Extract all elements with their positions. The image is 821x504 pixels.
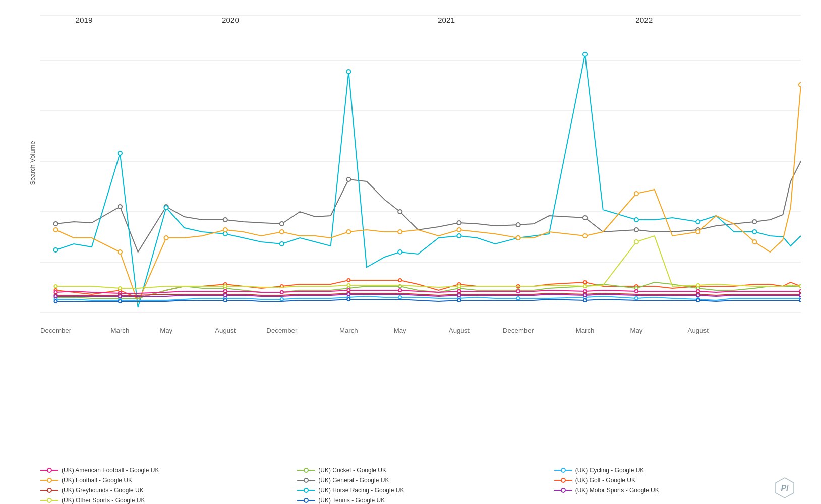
svg-point-145 [224, 299, 227, 302]
legend-item-football: (UK) Football - Google UK [40, 477, 287, 484]
svg-point-46 [223, 232, 227, 236]
svg-point-138 [457, 285, 460, 288]
svg-point-137 [347, 284, 350, 287]
svg-point-42 [752, 220, 756, 224]
svg-point-48 [346, 70, 350, 74]
svg-point-67 [696, 230, 700, 234]
legend-label: (UK) Horse Racing - Google UK [318, 487, 404, 494]
svg-point-142 [799, 285, 801, 288]
svg-text:March: March [576, 327, 595, 334]
svg-point-31 [118, 205, 122, 209]
legend: (UK) American Football - Google UK (UK) … [40, 467, 801, 504]
svg-point-30 [53, 222, 57, 226]
svg-point-130 [457, 294, 460, 297]
svg-point-132 [696, 294, 699, 297]
svg-text:March: March [111, 327, 130, 334]
svg-point-144 [119, 300, 122, 303]
svg-text:August: August [215, 327, 236, 334]
svg-point-154 [304, 468, 308, 472]
svg-point-69 [799, 83, 801, 87]
svg-point-34 [280, 222, 284, 226]
legend-label: (UK) Greyhounds - Google UK [62, 487, 144, 494]
svg-text:May: May [160, 327, 172, 334]
svg-point-127 [119, 295, 122, 298]
svg-text:May: May [394, 327, 406, 334]
svg-point-58 [164, 236, 168, 240]
svg-text:2020: 2020 [222, 16, 239, 24]
svg-text:2021: 2021 [438, 16, 455, 24]
svg-text:December: December [503, 327, 534, 334]
svg-point-133 [799, 294, 801, 297]
legend-label: (UK) General - Google UK [318, 477, 389, 484]
svg-point-135 [119, 287, 122, 290]
legend-item-horse-racing: (UK) Horse Racing - Google UK [297, 487, 544, 494]
svg-point-60 [280, 230, 284, 234]
svg-point-55 [752, 230, 756, 234]
svg-point-35 [346, 177, 350, 181]
legend-label: (UK) Cycling - Google UK [575, 467, 644, 474]
svg-point-45 [164, 206, 168, 210]
svg-text:March: March [339, 327, 358, 334]
legend-item-motor-sports: (UK) Motor Sports - Google UK [554, 487, 801, 494]
svg-point-160 [304, 478, 308, 482]
svg-point-99 [398, 296, 401, 299]
svg-point-103 [635, 297, 638, 300]
svg-text:May: May [630, 327, 642, 334]
legend-label: (UK) Cricket - Google UK [318, 467, 386, 474]
svg-point-57 [118, 250, 122, 254]
legend-item-other-sports: (UK) Other Sports - Google UK [40, 497, 287, 504]
main-chart-svg: 0 500K 1M 1.5M 2M 2.5M 3M December March… [40, 10, 801, 353]
y-axis-label: Search Volume [29, 141, 36, 185]
legend-item-general: (UK) General - Google UK [297, 477, 544, 484]
svg-text:2019: 2019 [76, 16, 93, 24]
svg-point-63 [457, 228, 461, 232]
svg-point-166 [304, 488, 308, 492]
svg-point-172 [304, 498, 308, 502]
svg-point-126 [54, 295, 57, 298]
svg-text:December: December [40, 327, 72, 334]
svg-text:2022: 2022 [635, 16, 653, 24]
legend-label: (UK) Other Sports - Google UK [62, 497, 145, 504]
svg-point-162 [561, 478, 565, 482]
svg-point-52 [583, 52, 587, 56]
svg-point-33 [223, 218, 227, 222]
chart-container: Search Volume 0 500K 1M 1.5M 2M 2.5M 3M … [0, 0, 821, 504]
svg-point-109 [280, 291, 283, 294]
svg-point-38 [516, 223, 520, 227]
legend-label: (UK) Motor Sports - Google UK [575, 487, 659, 494]
svg-point-113 [517, 290, 520, 293]
svg-point-134 [54, 285, 57, 288]
svg-point-50 [457, 234, 461, 238]
legend-item-golf: (UK) Golf - Google UK [554, 477, 801, 484]
pi-logo: Pi [774, 477, 796, 499]
svg-point-54 [696, 220, 700, 224]
svg-point-152 [47, 468, 51, 472]
svg-point-44 [118, 151, 122, 155]
svg-point-139 [583, 285, 587, 288]
chart-area: Search Volume 0 500K 1M 1.5M 2M 2.5M 3M … [40, 10, 801, 353]
legend-label: (UK) American Football - Google UK [62, 467, 159, 474]
svg-point-115 [635, 290, 638, 293]
svg-point-170 [47, 498, 51, 502]
svg-point-147 [457, 299, 460, 302]
svg-point-146 [347, 298, 350, 301]
svg-point-158 [47, 478, 51, 482]
svg-text:December: December [266, 327, 298, 334]
svg-point-68 [752, 240, 756, 244]
svg-point-74 [347, 279, 350, 282]
legend-label: (UK) Football - Google UK [62, 477, 132, 484]
svg-point-75 [398, 279, 401, 282]
svg-point-43 [53, 248, 57, 252]
legend-item-greyhounds: (UK) Greyhounds - Google UK [40, 487, 287, 494]
svg-point-149 [696, 299, 699, 302]
legend-item-tennis: (UK) Tennis - Google UK [297, 497, 544, 504]
svg-point-140 [634, 240, 638, 244]
svg-point-148 [583, 299, 587, 302]
legend-label: (UK) Tennis - Google UK [318, 497, 385, 504]
svg-point-36 [398, 210, 402, 214]
svg-point-156 [561, 468, 565, 472]
legend-item-american-football: (UK) American Football - Google UK [40, 467, 287, 474]
svg-point-49 [398, 250, 402, 254]
svg-point-101 [517, 297, 520, 300]
svg-point-37 [457, 221, 461, 225]
